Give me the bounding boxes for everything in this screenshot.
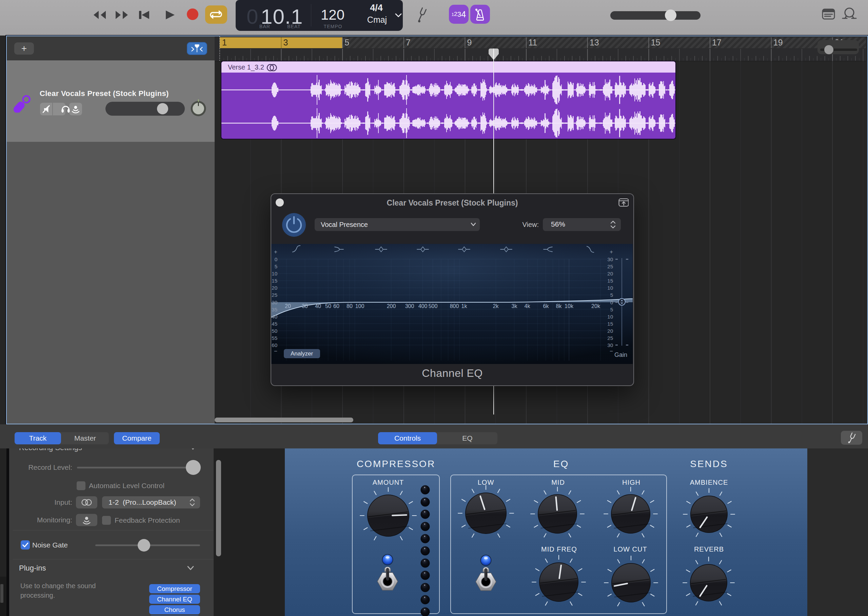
svg-text:25: 25 [607, 335, 613, 341]
svg-text:800: 800 [450, 303, 459, 309]
svg-text:55: 55 [272, 335, 277, 341]
svg-text:40: 40 [272, 314, 277, 319]
svg-text:30: 30 [607, 342, 613, 348]
svg-text:50: 50 [325, 303, 331, 309]
svg-text:10k: 10k [564, 303, 574, 309]
svg-text:−: − [609, 348, 613, 355]
svg-text:20k: 20k [591, 303, 600, 309]
svg-text:5: 5 [275, 264, 277, 269]
svg-text:13: 13 [590, 38, 599, 47]
svg-text:200: 200 [387, 303, 396, 309]
svg-text:10: 10 [607, 314, 613, 319]
svg-text:300: 300 [405, 303, 414, 309]
svg-text:20: 20 [285, 303, 291, 309]
svg-text:Analyzer: Analyzer [291, 350, 313, 357]
svg-text:15: 15 [607, 321, 613, 327]
svg-text:3: 3 [284, 38, 288, 47]
svg-text:25: 25 [272, 292, 277, 298]
svg-text:5: 5 [610, 306, 613, 313]
svg-text:15: 15 [607, 278, 613, 284]
svg-text:17: 17 [712, 38, 722, 47]
svg-text:15: 15 [272, 278, 277, 284]
svg-text:3k: 3k [512, 303, 518, 309]
svg-text:9: 9 [467, 38, 472, 47]
svg-text:6k: 6k [543, 303, 549, 309]
svg-text:20: 20 [607, 328, 613, 334]
svg-text:40: 40 [315, 303, 321, 309]
svg-text:20: 20 [607, 271, 613, 277]
svg-text:4k: 4k [525, 303, 531, 309]
svg-text:8k: 8k [556, 303, 562, 309]
svg-text:10: 10 [607, 285, 613, 291]
svg-text:50: 50 [272, 328, 277, 334]
svg-text:19: 19 [773, 38, 783, 47]
svg-text:5: 5 [345, 38, 349, 47]
svg-text:30: 30 [607, 256, 613, 262]
svg-text:7: 7 [406, 38, 410, 47]
svg-text:5: 5 [610, 292, 613, 298]
svg-text:+: + [609, 249, 613, 255]
svg-text:0: 0 [610, 300, 613, 305]
svg-text:45: 45 [272, 321, 277, 327]
svg-text:0: 0 [275, 256, 277, 262]
svg-text:400: 400 [418, 303, 428, 309]
svg-text:11: 11 [528, 38, 537, 47]
svg-text:100: 100 [355, 303, 365, 309]
svg-text:35: 35 [272, 306, 277, 313]
svg-text:25: 25 [607, 264, 613, 269]
svg-text:1: 1 [222, 38, 227, 47]
svg-text:30: 30 [302, 303, 308, 309]
svg-text:10: 10 [272, 271, 277, 277]
svg-text:20: 20 [272, 285, 277, 291]
svg-text:Gain: Gain [614, 351, 627, 358]
svg-text:2k: 2k [493, 303, 499, 309]
svg-text:80: 80 [346, 303, 353, 309]
svg-text:−: − [274, 348, 277, 355]
svg-text:30: 30 [272, 300, 277, 305]
svg-text:+: + [274, 249, 277, 255]
svg-text:1k: 1k [461, 303, 468, 309]
svg-text:60: 60 [272, 342, 277, 348]
svg-text:500: 500 [429, 303, 438, 309]
svg-text:15: 15 [651, 38, 661, 47]
svg-text:60: 60 [333, 303, 339, 309]
